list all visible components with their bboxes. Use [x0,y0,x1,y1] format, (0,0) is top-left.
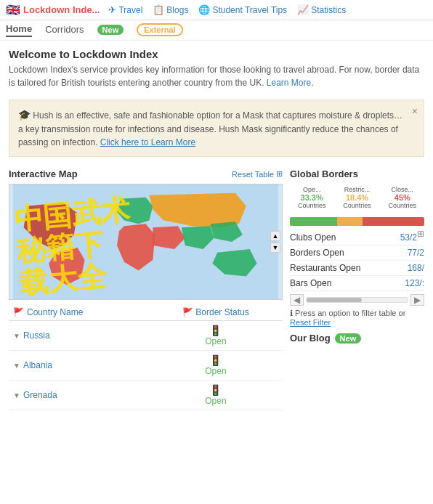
open-cell: Ope... 33.3% Countries [290,184,333,211]
closed-segment [363,217,424,226]
blog-badge-new: New [335,333,362,344]
status-open-grenada: Open [153,396,278,406]
status-icon-grenada: 🚦 [153,384,278,396]
country-table: 🚩 Country Name 🚩 Border Status [9,304,283,410]
badge-new: New [97,25,124,35]
nav-blogs[interactable]: 📋 Blogs [153,4,188,15]
mask-notice: × 🎓 Hush is an effective, safe and fashi… [9,99,424,157]
mask-learn-more-link[interactable]: Click here to Learn More [100,137,195,147]
main-content: Interactive Map Reset Table ⊞ [0,163,433,416]
welcome-section: Welcome to Lockdown Index Lockdown Index… [0,41,433,94]
blogs-icon: 📋 [153,4,164,15]
stats-row-restaurants: Restaurants Open 168/ [290,261,424,276]
nav-travel[interactable]: ✈ Travel [108,4,142,15]
stats-row-borders: Borders Open 77/2 [290,245,424,261]
map-title: Interactive Map [9,168,78,179]
country-grenada[interactable]: ▼ Grenada [13,390,145,400]
nav-corridors[interactable]: Corridors [45,23,84,36]
scroll-track [306,297,408,303]
open-segment [290,217,337,226]
brand-logo[interactable]: 🇬🇧 Lockdown Inde... [6,3,100,17]
border-header-icon: 🚩 [182,307,193,317]
table-row: ▼ Albania 🚦 Open [9,351,283,381]
nav-links: ✈ Travel 📋 Blogs 🌐 Student Travel Tips 📈… [108,4,346,15]
stats-list: Clubs Open 53/2 Borders Open 77/2 Restau… [290,230,424,291]
chevron-icon: ▼ [13,391,20,399]
scroll-thumb [307,298,362,302]
scroll-down-button[interactable]: ▼ [270,243,280,253]
scroll-right-button[interactable]: ▶ [410,294,424,306]
table-row: ▼ Grenada 🚦 Open [9,381,283,410]
chevron-icon: ▼ [13,362,20,370]
closed-cell: Close... 45% Countries [381,184,424,211]
panel-header: Interactive Map Reset Table ⊞ [9,168,283,179]
filter-hint: ℹ Press an option to filter table or Res… [290,309,424,327]
map-scroll: ▲ ▼ [270,231,280,253]
country-albania[interactable]: ▼ Albania [13,360,145,370]
welcome-title: Welcome to Lockdown Index [9,48,424,60]
restricted-cell: Restric... 18.4% Countries [335,184,379,211]
expand-button[interactable]: ⊞ [417,229,424,239]
col-country-header: 🚩 Country Name [9,304,149,321]
stats-row-clubs: Clubs Open 53/2 [290,230,417,245]
stats-row-bars: Bars Open 123/: [290,276,424,291]
scroll-left-button[interactable]: ◀ [290,294,304,306]
progress-bar-container [290,217,424,226]
progress-bar [290,217,424,226]
flag-header-icon: 🚩 [13,307,24,317]
close-icon[interactable]: × [412,104,418,119]
reset-table-button[interactable]: Reset Table ⊞ [232,169,283,179]
nav-home[interactable]: Home [6,22,32,37]
our-blog-section: Our Blog New [290,333,424,344]
status-open-russia: Open [153,336,278,346]
status-icon-albania: 🚦 [153,354,278,366]
horizontal-scrollbar: ◀ ▶ [290,294,424,306]
left-panel: Interactive Map Reset Table ⊞ [9,168,283,410]
map-container[interactable]: 中国武术秘籍下载大全 ▲ ▼ [9,184,283,300]
nav-student[interactable]: 🌐 Student Travel Tips [198,4,287,15]
globe-icon: 🌐 [198,4,210,15]
chevron-icon: ▼ [13,332,20,340]
travel-icon: ✈ [108,4,116,15]
restricted-segment [337,217,363,226]
reset-icon: ⊞ [276,169,283,179]
welcome-text: Lockdown Index's service provides key in… [9,63,424,89]
global-borders-title: Global Borders [290,168,424,179]
borders-grid: Ope... 33.3% Countries Restric... 18.4% … [290,184,424,211]
col-border-header: 🚩 Border Status [149,304,283,321]
scroll-up-button[interactable]: ▲ [270,231,280,241]
reset-filter-link[interactable]: Reset Filter [290,318,331,327]
stats-icon: 📈 [297,4,309,15]
filter-icon: ℹ [290,309,293,317]
hat-icon: 🎓 [18,109,31,121]
our-blog-title: Our Blog [290,333,331,344]
badge-external: External [137,23,182,36]
world-map [9,184,282,299]
flag-icon: 🇬🇧 [6,3,20,17]
country-russia[interactable]: ▼ Russia [13,330,145,341]
right-panel: Global Borders Ope... 33.3% Countries Re… [290,168,424,410]
learn-more-link[interactable]: Learn More [267,78,311,88]
status-open-albania: Open [153,366,278,376]
brand-text: Lockdown Inde... [23,4,100,15]
nav-top: 🇬🇧 Lockdown Inde... ✈ Travel 📋 Blogs 🌐 S… [0,0,433,41]
table-row: ▼ Russia 🚦 Open [9,321,283,351]
status-icon-russia: 🚦 [153,325,278,336]
nav-statistics[interactable]: 📈 Statistics [297,4,346,15]
